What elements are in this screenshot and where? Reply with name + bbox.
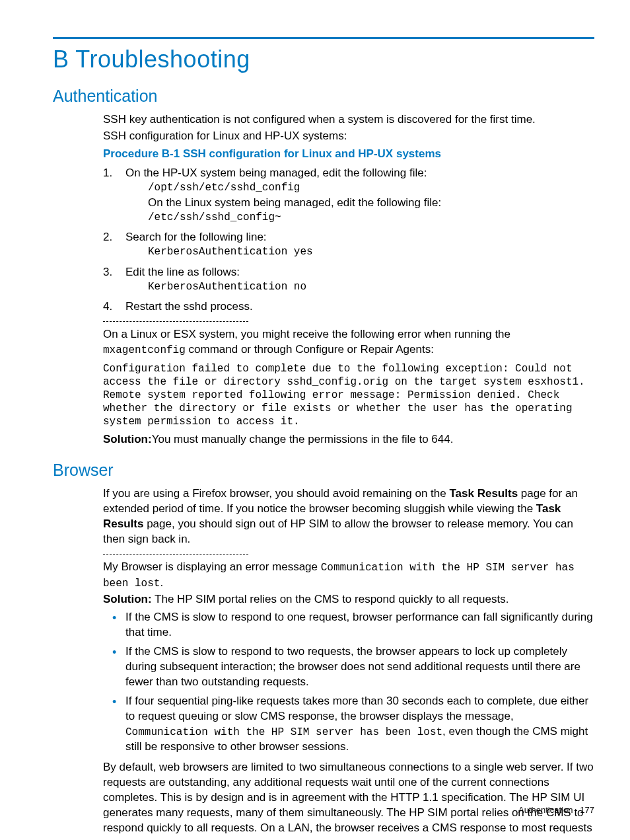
step-text: Restart the sshd process. [125, 300, 253, 313]
b3-a: If four sequential ping-like requests ta… [125, 695, 588, 722]
browser-body: If you are using a Firefox browser, you … [103, 486, 594, 836]
page-content: B Troubleshooting Authentication SSH key… [53, 40, 594, 837]
error-intro: On a Linux or ESX system, you might rece… [103, 327, 594, 358]
p2-b: . [160, 576, 163, 589]
p2-a: My Browser is displaying an error messag… [103, 560, 321, 573]
step-1: 1. On the HP-UX system being managed, ed… [103, 166, 594, 225]
step-code: KerberosAuthentication no [148, 280, 594, 295]
section-heading-browser: Browser [53, 459, 594, 482]
step-text: Edit the line as follows: [125, 266, 240, 278]
step-text: Search for the following line: [125, 231, 267, 243]
step-4: 4. Restart the sshd process. [103, 299, 594, 315]
separator [103, 554, 248, 554]
step-text-2: On the Linux system being managed, edit … [148, 196, 594, 211]
solution-text: You must manually change the permissions… [152, 433, 454, 445]
error-intro-cmd: mxagentconfig [103, 344, 186, 356]
step-code: KerberosAuthentication yes [148, 245, 594, 260]
step-number: 1. [103, 166, 112, 181]
error-intro-pre: On a Linux or ESX system, you might rece… [103, 328, 510, 340]
separator [103, 321, 248, 322]
solution-line: Solution:You must manually change the pe… [103, 432, 594, 447]
browser-p1: If you are using a Firefox browser, you … [103, 486, 594, 547]
solution-label: Solution: [103, 593, 152, 605]
bullet-2: If the CMS is slow to respond to two req… [103, 644, 594, 690]
browser-p3: By default, web browsers are limited to … [103, 760, 594, 836]
authentication-body: SSH key authentication is not configured… [103, 112, 594, 447]
bullet-list: If the CMS is slow to respond to one req… [103, 610, 594, 755]
p1-e: page, you should sign out of HP SIM to a… [103, 517, 573, 545]
bullet-1: If the CMS is slow to respond to one req… [103, 610, 594, 640]
step-code-2: /etc/ssh/sshd_config~ [148, 211, 594, 225]
section-heading-authentication: Authentication [53, 85, 594, 108]
procedure-steps: 1. On the HP-UX system being managed, ed… [103, 166, 594, 315]
step-2: 2. Search for the following line: Kerber… [103, 230, 594, 260]
error-message-block: Configuration failed to complete due to … [103, 362, 594, 428]
error-intro-post: command or through Configure or Repair A… [186, 343, 434, 356]
page-footer: Authentication 177 [518, 804, 594, 816]
footer-section: Authentication [518, 805, 573, 815]
b3-mono: Communication with the HP SIM server has… [125, 726, 442, 738]
step-number: 4. [103, 299, 112, 315]
browser-p2: My Browser is displaying an error messag… [103, 560, 594, 591]
step-text: On the HP-UX system being managed, edit … [125, 167, 427, 179]
intro-text-2: SSH configuration for Linux and HP-UX sy… [103, 129, 594, 144]
footer-page-number: 177 [580, 805, 594, 815]
browser-solution: Solution: The HP SIM portal relies on th… [103, 592, 594, 607]
step-number: 3. [103, 265, 112, 280]
intro-text-1: SSH key authentication is not configured… [103, 112, 594, 128]
solution-label: Solution: [103, 433, 152, 445]
top-rule [53, 37, 594, 39]
p1-a: If you are using a Firefox browser, you … [103, 487, 449, 500]
procedure-title: Procedure B-1 SSH configuration for Linu… [103, 147, 594, 162]
step-code: /opt/ssh/etc/sshd_config [148, 181, 594, 196]
step-3: 3. Edit the line as follows: KerberosAut… [103, 265, 594, 295]
p1-b: Task Results [449, 487, 518, 500]
step-number: 2. [103, 230, 112, 245]
solution-text: The HP SIM portal relies on the CMS to r… [152, 593, 509, 605]
page-title: B Troubleshooting [53, 44, 594, 76]
bullet-3: If four sequential ping-like requests ta… [103, 694, 594, 755]
